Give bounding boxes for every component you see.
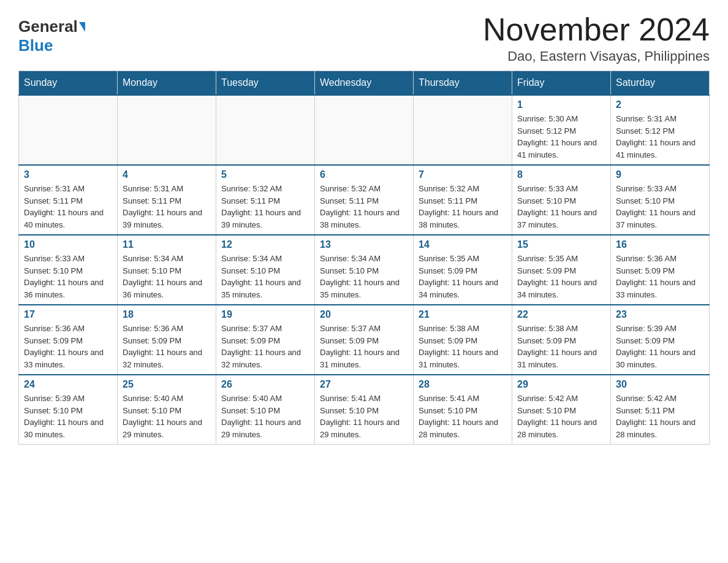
day-number: 13 bbox=[320, 239, 408, 250]
day-info: Sunrise: 5:30 AMSunset: 5:12 PMDaylight:… bbox=[517, 113, 605, 161]
day-info: Sunrise: 5:32 AMSunset: 5:11 PMDaylight:… bbox=[320, 183, 408, 231]
calendar-cell: 18Sunrise: 5:36 AMSunset: 5:09 PMDayligh… bbox=[118, 305, 216, 375]
day-number: 11 bbox=[123, 239, 211, 250]
calendar-cell bbox=[19, 95, 118, 165]
day-info: Sunrise: 5:31 AMSunset: 5:12 PMDaylight:… bbox=[616, 113, 704, 161]
day-number: 7 bbox=[419, 169, 507, 180]
day-info: Sunrise: 5:31 AMSunset: 5:11 PMDaylight:… bbox=[123, 183, 211, 231]
calendar-week-row: 10Sunrise: 5:33 AMSunset: 5:10 PMDayligh… bbox=[19, 235, 710, 305]
calendar-cell: 16Sunrise: 5:36 AMSunset: 5:09 PMDayligh… bbox=[611, 235, 710, 305]
day-number: 26 bbox=[221, 379, 309, 390]
calendar-cell: 24Sunrise: 5:39 AMSunset: 5:10 PMDayligh… bbox=[19, 375, 118, 445]
day-number: 22 bbox=[517, 309, 605, 320]
day-number: 6 bbox=[320, 169, 408, 180]
logo-triangle-icon bbox=[79, 22, 85, 32]
day-info: Sunrise: 5:40 AMSunset: 5:10 PMDaylight:… bbox=[221, 393, 309, 440]
calendar: SundayMondayTuesdayWednesdayThursdayFrid… bbox=[18, 71, 710, 445]
day-number: 8 bbox=[517, 169, 605, 180]
calendar-header-monday: Monday bbox=[118, 71, 216, 96]
calendar-cell bbox=[414, 95, 512, 165]
day-number: 20 bbox=[320, 309, 408, 320]
day-info: Sunrise: 5:31 AMSunset: 5:11 PMDaylight:… bbox=[24, 183, 112, 231]
calendar-header-friday: Friday bbox=[512, 71, 611, 96]
calendar-cell bbox=[315, 95, 414, 165]
calendar-cell: 4Sunrise: 5:31 AMSunset: 5:11 PMDaylight… bbox=[118, 165, 216, 235]
calendar-cell: 25Sunrise: 5:40 AMSunset: 5:10 PMDayligh… bbox=[118, 375, 216, 445]
day-info: Sunrise: 5:37 AMSunset: 5:09 PMDaylight:… bbox=[320, 323, 408, 370]
day-info: Sunrise: 5:41 AMSunset: 5:10 PMDaylight:… bbox=[419, 393, 507, 440]
calendar-cell: 15Sunrise: 5:35 AMSunset: 5:09 PMDayligh… bbox=[512, 235, 611, 305]
calendar-cell: 5Sunrise: 5:32 AMSunset: 5:11 PMDaylight… bbox=[216, 165, 315, 235]
calendar-cell: 22Sunrise: 5:38 AMSunset: 5:09 PMDayligh… bbox=[512, 305, 611, 375]
logo: General Blue bbox=[18, 17, 85, 55]
day-number: 24 bbox=[24, 379, 112, 390]
calendar-cell: 12Sunrise: 5:34 AMSunset: 5:10 PMDayligh… bbox=[216, 235, 315, 305]
day-number: 4 bbox=[123, 169, 211, 180]
calendar-cell: 29Sunrise: 5:42 AMSunset: 5:10 PMDayligh… bbox=[512, 375, 611, 445]
day-number: 5 bbox=[221, 169, 309, 180]
logo-general: General bbox=[18, 17, 78, 36]
calendar-cell: 30Sunrise: 5:42 AMSunset: 5:11 PMDayligh… bbox=[611, 375, 710, 445]
day-info: Sunrise: 5:32 AMSunset: 5:11 PMDaylight:… bbox=[221, 183, 309, 231]
header: General Blue November 2024 Dao, Eastern … bbox=[18, 12, 710, 64]
calendar-cell: 17Sunrise: 5:36 AMSunset: 5:09 PMDayligh… bbox=[19, 305, 118, 375]
calendar-cell bbox=[118, 95, 216, 165]
day-number: 16 bbox=[616, 239, 704, 250]
calendar-week-row: 17Sunrise: 5:36 AMSunset: 5:09 PMDayligh… bbox=[19, 305, 710, 375]
day-info: Sunrise: 5:32 AMSunset: 5:11 PMDaylight:… bbox=[419, 183, 507, 231]
day-number: 2 bbox=[616, 99, 704, 110]
day-number: 23 bbox=[616, 309, 704, 320]
day-number: 19 bbox=[221, 309, 309, 320]
calendar-week-row: 24Sunrise: 5:39 AMSunset: 5:10 PMDayligh… bbox=[19, 375, 710, 445]
calendar-cell: 14Sunrise: 5:35 AMSunset: 5:09 PMDayligh… bbox=[414, 235, 512, 305]
calendar-cell: 6Sunrise: 5:32 AMSunset: 5:11 PMDaylight… bbox=[315, 165, 414, 235]
day-number: 21 bbox=[419, 309, 507, 320]
day-info: Sunrise: 5:36 AMSunset: 5:09 PMDaylight:… bbox=[24, 323, 112, 370]
day-number: 28 bbox=[419, 379, 507, 390]
calendar-cell: 20Sunrise: 5:37 AMSunset: 5:09 PMDayligh… bbox=[315, 305, 414, 375]
calendar-cell: 9Sunrise: 5:33 AMSunset: 5:10 PMDaylight… bbox=[611, 165, 710, 235]
day-number: 3 bbox=[24, 169, 112, 180]
day-info: Sunrise: 5:39 AMSunset: 5:09 PMDaylight:… bbox=[616, 323, 704, 370]
day-info: Sunrise: 5:39 AMSunset: 5:10 PMDaylight:… bbox=[24, 393, 112, 440]
calendar-cell: 1Sunrise: 5:30 AMSunset: 5:12 PMDaylight… bbox=[512, 95, 611, 165]
day-number: 27 bbox=[320, 379, 408, 390]
day-number: 1 bbox=[517, 99, 605, 110]
calendar-cell: 26Sunrise: 5:40 AMSunset: 5:10 PMDayligh… bbox=[216, 375, 315, 445]
calendar-header-wednesday: Wednesday bbox=[315, 71, 414, 96]
calendar-header-sunday: Sunday bbox=[19, 71, 118, 96]
calendar-header-thursday: Thursday bbox=[414, 71, 512, 96]
day-number: 29 bbox=[517, 379, 605, 390]
day-info: Sunrise: 5:36 AMSunset: 5:09 PMDaylight:… bbox=[123, 323, 211, 370]
day-info: Sunrise: 5:34 AMSunset: 5:10 PMDaylight:… bbox=[221, 253, 309, 301]
day-info: Sunrise: 5:38 AMSunset: 5:09 PMDaylight:… bbox=[517, 323, 605, 370]
calendar-cell: 7Sunrise: 5:32 AMSunset: 5:11 PMDaylight… bbox=[414, 165, 512, 235]
calendar-cell: 11Sunrise: 5:34 AMSunset: 5:10 PMDayligh… bbox=[118, 235, 216, 305]
calendar-cell: 3Sunrise: 5:31 AMSunset: 5:11 PMDaylight… bbox=[19, 165, 118, 235]
day-number: 10 bbox=[24, 239, 112, 250]
day-info: Sunrise: 5:41 AMSunset: 5:10 PMDaylight:… bbox=[320, 393, 408, 440]
day-info: Sunrise: 5:34 AMSunset: 5:10 PMDaylight:… bbox=[123, 253, 211, 301]
calendar-cell: 23Sunrise: 5:39 AMSunset: 5:09 PMDayligh… bbox=[611, 305, 710, 375]
calendar-cell: 19Sunrise: 5:37 AMSunset: 5:09 PMDayligh… bbox=[216, 305, 315, 375]
page-title: November 2024 bbox=[483, 12, 710, 47]
day-number: 15 bbox=[517, 239, 605, 250]
calendar-week-row: 1Sunrise: 5:30 AMSunset: 5:12 PMDaylight… bbox=[19, 95, 710, 165]
day-info: Sunrise: 5:37 AMSunset: 5:09 PMDaylight:… bbox=[221, 323, 309, 370]
subtitle: Dao, Eastern Visayas, Philippines bbox=[483, 48, 710, 64]
day-info: Sunrise: 5:36 AMSunset: 5:09 PMDaylight:… bbox=[616, 253, 704, 301]
calendar-cell: 27Sunrise: 5:41 AMSunset: 5:10 PMDayligh… bbox=[315, 375, 414, 445]
day-number: 9 bbox=[616, 169, 704, 180]
day-info: Sunrise: 5:38 AMSunset: 5:09 PMDaylight:… bbox=[419, 323, 507, 370]
day-info: Sunrise: 5:33 AMSunset: 5:10 PMDaylight:… bbox=[24, 253, 112, 301]
day-info: Sunrise: 5:40 AMSunset: 5:10 PMDaylight:… bbox=[123, 393, 211, 440]
day-info: Sunrise: 5:33 AMSunset: 5:10 PMDaylight:… bbox=[616, 183, 704, 231]
calendar-cell: 2Sunrise: 5:31 AMSunset: 5:12 PMDaylight… bbox=[611, 95, 710, 165]
day-number: 18 bbox=[123, 309, 211, 320]
day-info: Sunrise: 5:42 AMSunset: 5:11 PMDaylight:… bbox=[616, 393, 704, 440]
title-section: November 2024 Dao, Eastern Visayas, Phil… bbox=[483, 12, 710, 64]
calendar-header-tuesday: Tuesday bbox=[216, 71, 315, 96]
day-number: 25 bbox=[123, 379, 211, 390]
calendar-header-row: SundayMondayTuesdayWednesdayThursdayFrid… bbox=[19, 71, 710, 96]
calendar-cell: 10Sunrise: 5:33 AMSunset: 5:10 PMDayligh… bbox=[19, 235, 118, 305]
